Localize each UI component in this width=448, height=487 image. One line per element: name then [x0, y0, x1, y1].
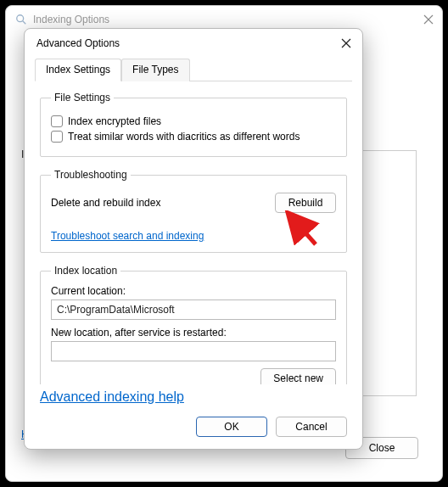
file-settings-legend: File Settings: [51, 92, 114, 104]
advanced-options-dialog: Advanced Options Index Settings File Typ…: [24, 28, 363, 450]
index-location-legend: Index location: [51, 265, 120, 277]
rebuild-button[interactable]: Rebuild: [275, 193, 336, 213]
troubleshooting-legend: Troubleshooting: [51, 169, 131, 181]
label-diacritics: Treat similar words with diacritics as d…: [68, 131, 300, 143]
current-location-field[interactable]: [51, 299, 336, 320]
close-icon[interactable]: [422, 13, 435, 26]
cancel-button[interactable]: Cancel: [276, 417, 347, 437]
index-location-group: Index location Current location: New loc…: [40, 265, 347, 384]
tabstrip: Index Settings File Types: [35, 58, 352, 81]
tab-file-types[interactable]: File Types: [121, 59, 189, 81]
troubleshoot-link[interactable]: Troubleshoot search and indexing: [51, 230, 204, 242]
label-delete-rebuild: Delete and rebuild index: [51, 197, 160, 209]
checkbox-diacritics[interactable]: [51, 131, 63, 143]
label-current-location: Current location:: [51, 285, 336, 297]
dialog-title: Advanced Options: [36, 37, 120, 49]
new-location-field[interactable]: [51, 341, 336, 361]
file-settings-group: File Settings Index encrypted files Trea…: [40, 92, 347, 157]
tab-index-settings[interactable]: Index Settings: [35, 59, 121, 81]
label-index-encrypted: Index encrypted files: [68, 115, 161, 127]
dialog-body: File Settings Index encrypted files Trea…: [25, 81, 362, 384]
bg-title: Indexing Options: [33, 14, 109, 25]
close-button[interactable]: [339, 36, 354, 51]
checkbox-index-encrypted[interactable]: [51, 115, 63, 127]
dialog-titlebar: Advanced Options: [25, 29, 362, 58]
svg-line-1: [23, 21, 26, 25]
troubleshooting-group: Troubleshooting Delete and rebuild index…: [40, 169, 347, 253]
svg-point-0: [17, 15, 24, 22]
search-icon: [14, 13, 28, 26]
ok-button[interactable]: OK: [196, 417, 267, 437]
label-new-location: New location, after service is restarted…: [51, 327, 336, 339]
advanced-help-link[interactable]: Advanced indexing help: [40, 389, 184, 404]
select-new-button[interactable]: Select new: [260, 368, 336, 384]
dialog-button-row: OK Cancel: [25, 410, 362, 449]
